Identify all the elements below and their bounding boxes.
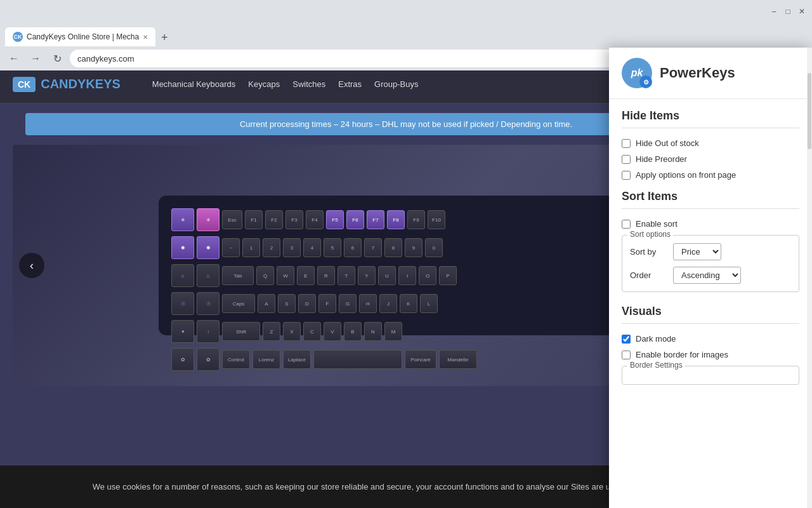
key-w: W [277,266,294,285]
key-y: Y [358,266,376,285]
order-label: Order [630,271,668,280]
reload-button[interactable]: ↻ [48,50,66,67]
key-1n: 1 [242,238,260,257]
hide-out-of-stock-label[interactable]: Hide Out of stock [636,138,699,148]
new-tab-button[interactable]: + [155,29,173,46]
key-9: ✦ [171,320,194,343]
kb-row-1: ✳ ✳ Esc F1 F2 F3 F4 F5 F6 F7 F8 F9 F10 [171,208,641,231]
nav-switches[interactable]: Switches [292,79,325,89]
tab-close-button[interactable]: ✕ [143,34,148,41]
enable-sort-row: Enable sort [622,219,799,229]
pk-gear-icon: ⚙ [639,76,652,88]
key-j: J [379,294,397,313]
key-q: Q [256,266,274,285]
kb-row-4: ☉ ☉ Caps A S D F G H J K L [171,292,641,315]
nav-extras[interactable]: Extras [338,79,362,89]
back-button[interactable]: ← [5,50,23,67]
browser-chrome: – □ ✕ CK CandyKeys Online Store | Mecha … [0,0,812,48]
key-f1: F1 [245,210,263,229]
key-7: ☉ [171,292,194,315]
key-f4: F4 [306,210,324,229]
cookie-text: We use cookies for a number of reasons, … [19,482,699,491]
key-s: S [278,294,296,313]
key-d: D [298,294,316,313]
key-f9: F9 [407,210,425,229]
visuals-divider [622,323,799,324]
tab-favicon: CK [13,32,23,42]
key-3n: 3 [283,238,301,257]
sort-by-select[interactable]: Price Name Date Rating [673,243,721,260]
enable-sort-checkbox[interactable] [622,220,631,229]
key-4: ✺ [197,236,219,259]
key-0n: 0 [425,238,443,257]
nav-mechanical[interactable]: Mechanical Keyboards [152,79,236,89]
key-space [313,350,402,369]
key-h: H [359,294,377,313]
panel-header: pk ⚙ PowerKeys [609,48,812,99]
kb-row-5: ✦ ↑ Shift Z X C V B N M [171,320,641,343]
visuals-title: Visuals [622,305,799,318]
close-button[interactable]: ✕ [797,6,807,17]
key-f6: F6 [346,210,364,229]
site-logo: CK CANDYKEYS [13,77,121,92]
border-settings-group: Border Settings [622,366,799,385]
panel-content: Hide Items Hide Out of stock Hide Preord… [609,99,812,395]
hide-items-divider [622,128,799,128]
dark-mode-label[interactable]: Dark mode [636,334,676,344]
order-row: Order Ascending Descending [630,267,791,284]
key-e: E [297,266,315,285]
sort-items-divider [622,208,799,209]
hide-preorder-label[interactable]: Hide Preorder [636,154,687,164]
key-p: P [439,266,457,285]
key-c: C [303,322,321,341]
kb-row-3: ⌂ ⌂ Tab Q W E R T Y U I O P [171,264,641,287]
key-tab: Tab [222,266,254,285]
key-5n: 5 [324,238,341,257]
key-6: ⌂ [197,264,219,287]
order-select[interactable]: Ascending Descending [673,267,741,284]
key-f: F [318,294,336,313]
nav-links: Mechanical Keyboards Keycaps Switches Ex… [152,79,419,89]
hide-preorder-checkbox[interactable] [622,155,631,164]
hide-items-title: Hide Items [622,109,799,123]
hide-preorder-row: Hide Preorder [622,154,799,164]
hide-out-of-stock-checkbox[interactable] [622,139,631,148]
logo-icon: CK [13,77,36,92]
key-6n: 6 [344,238,362,257]
key-z: Z [263,322,280,341]
key-f8: F8 [387,210,405,229]
key-v: V [324,322,341,341]
key-lorenz: Lorenz [252,350,280,369]
tab-bar: CK CandyKeys Online Store | Mecha ✕ + [0,22,812,46]
dark-mode-checkbox[interactable] [622,335,631,344]
sort-options-legend: Sort options [627,230,673,239]
key-f5: F5 [326,210,344,229]
key-11: ✿ [171,348,194,371]
pk-title: PowerKeys [660,65,735,81]
key-5: ⌂ [171,264,194,287]
panel-scrollbar[interactable] [807,48,812,508]
key-o: O [419,266,436,285]
nav-keycaps[interactable]: Keycaps [248,79,280,89]
apply-options-label[interactable]: Apply options on front page [636,170,736,180]
key-caps: Caps [222,294,255,313]
key-u: U [378,266,396,285]
enable-sort-label[interactable]: Enable sort [636,219,678,229]
prev-arrow[interactable]: ‹ [19,253,44,278]
key-8n: 8 [384,238,402,257]
key-esc: Esc [222,210,242,229]
minimize-button[interactable]: – [769,6,779,17]
kb-row-2: ✺ ✺ ~ 1 2 3 4 5 6 7 8 9 0 [171,236,641,259]
maximize-button[interactable]: □ [783,6,793,17]
apply-options-checkbox[interactable] [622,171,631,180]
sort-by-row: Sort by Price Name Date Rating [630,243,791,260]
sort-items-title: Sort Items [622,190,799,203]
window-controls: – □ ✕ [769,6,807,17]
key-2: ✳ [197,208,219,231]
active-tab[interactable]: CK CandyKeys Online Store | Mecha ✕ [5,27,155,46]
key-i: I [398,266,416,285]
border-images-checkbox[interactable] [622,351,631,359]
border-images-label[interactable]: Enable border for images [636,350,728,359]
nav-group-buys[interactable]: Group-Buys [374,79,418,89]
forward-button[interactable]: → [27,50,44,67]
